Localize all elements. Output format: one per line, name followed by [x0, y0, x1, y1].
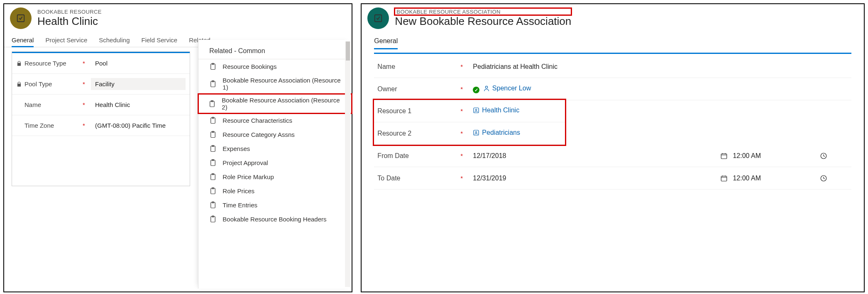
row-from-date: From Date * 12/17/2018 12:00 AM — [374, 145, 851, 167]
related-item[interactable]: Role Prices — [198, 184, 352, 198]
value-owner[interactable]: Spencer Low — [469, 82, 848, 96]
to-time-value[interactable]: 12:00 AM — [733, 175, 761, 182]
left-header: BOOKABLE RESOURCE Health Clinic — [4, 4, 352, 31]
tab-scheduling[interactable]: Scheduling — [99, 35, 130, 47]
related-item[interactable]: Time Entries — [198, 198, 352, 212]
value-resource-2[interactable]: Pediatricians — [469, 126, 562, 140]
related-item[interactable]: Resource Characteristics — [198, 113, 352, 127]
value-time-zone[interactable]: (GMT-08:00) Pacific Time — [91, 119, 166, 131]
left-form: Resource Type * Pool Pool Type * Facilit… — [12, 51, 190, 186]
row-pool-type: Pool Type * Facility — [12, 74, 190, 95]
entity-type-label: BOOKABLE RESOURCE — [37, 9, 102, 15]
owner-lookup[interactable]: Spencer Low — [483, 85, 531, 92]
related-title: Related - Common — [198, 47, 352, 59]
association-entity-icon — [367, 7, 389, 29]
entity-type-highlight: BOOKABLE RESOURCE ASSOCIATION — [395, 8, 571, 15]
value-name[interactable]: Pediatricians at Health Clinic — [469, 61, 848, 73]
calendar-icon[interactable] — [720, 152, 728, 160]
tab-project-service[interactable]: Project Service — [45, 35, 87, 47]
value-name[interactable]: Health Clinic — [91, 99, 186, 111]
calendar-icon[interactable] — [720, 175, 728, 182]
page-title: New Bookable Resource Association — [395, 15, 571, 28]
clipboard-icon — [209, 201, 217, 209]
row-resource-2: Resource 2 * Pediatricians — [374, 122, 565, 145]
related-item[interactable]: Resource Bookings — [198, 59, 352, 73]
row-name: Name * Health Clinic — [12, 95, 190, 115]
clipboard-icon — [209, 173, 217, 180]
row-to-date: To Date * 12/31/2019 12:00 AM — [374, 167, 851, 190]
value-resource-type[interactable]: Pool — [91, 57, 186, 69]
check-icon — [473, 87, 479, 93]
clipboard-icon — [209, 145, 217, 152]
related-item[interactable]: Bookable Resource Association (Resource … — [198, 94, 352, 113]
clipboard-icon — [209, 63, 217, 70]
resource2-lookup[interactable]: Pediatricians — [473, 129, 520, 136]
related-item[interactable]: Project Approval — [198, 156, 352, 170]
row-owner: Owner * Spencer Low — [374, 78, 851, 100]
related-item[interactable]: Resource Category Assns — [198, 127, 352, 141]
clock-icon[interactable] — [820, 152, 827, 160]
clock-icon[interactable] — [820, 175, 827, 182]
related-item[interactable]: Expenses — [198, 141, 352, 156]
related-dropdown: Related - Common Resource BookingsBookab… — [198, 40, 352, 289]
lock-icon — [16, 81, 22, 87]
clipboard-icon — [209, 215, 217, 223]
row-time-zone: Time Zone * (GMT-08:00) Pacific Time — [12, 115, 190, 136]
clipboard-icon — [209, 187, 217, 194]
tab-general[interactable]: General — [374, 36, 398, 49]
lock-icon — [16, 61, 22, 66]
related-item[interactable]: Role Price Markup — [198, 170, 352, 184]
page-title: Health Clinic — [37, 15, 102, 28]
related-item[interactable]: Bookable Resource Booking Headers — [198, 212, 352, 226]
row-resource-type: Resource Type * Pool — [12, 53, 190, 74]
tab-general[interactable]: General — [12, 35, 34, 47]
row-name: Name * Pediatricians at Health Clinic — [374, 56, 851, 78]
from-date-value[interactable]: 12/17/2018 — [473, 152, 556, 160]
clipboard-icon — [209, 80, 217, 87]
bookable-resource-association-panel: BOOKABLE RESOURCE ASSOCIATION New Bookab… — [361, 3, 865, 292]
resource-icon — [473, 129, 479, 136]
value-resource-1[interactable]: Health Clinic — [469, 104, 562, 118]
right-form: Name * Pediatricians at Health Clinic Ow… — [374, 53, 851, 190]
clipboard-icon — [209, 117, 217, 124]
resource-lookups-highlight: Resource 1 * Health Clinic Resource 2 * — [374, 100, 565, 145]
tab-field-service[interactable]: Field Service — [141, 35, 177, 47]
value-pool-type[interactable]: Facility — [91, 78, 186, 90]
related-item[interactable]: Bookable Resource Association (Resource … — [198, 73, 352, 94]
clipboard-icon — [209, 131, 217, 138]
clipboard-icon — [208, 100, 216, 107]
resource-icon — [473, 107, 479, 114]
person-icon — [483, 85, 490, 92]
entity-type-label: BOOKABLE RESOURCE ASSOCIATION — [396, 9, 500, 15]
row-resource-1: Resource 1 * Health Clinic — [374, 100, 565, 122]
resource-entity-icon — [10, 7, 32, 29]
to-date-value[interactable]: 12/31/2019 — [473, 175, 556, 182]
from-time-value[interactable]: 12:00 AM — [733, 152, 761, 160]
clipboard-icon — [209, 159, 217, 166]
resource1-lookup[interactable]: Health Clinic — [473, 107, 519, 114]
scrollbar[interactable] — [345, 41, 351, 287]
bookable-resource-panel: BOOKABLE RESOURCE Health Clinic General … — [3, 3, 352, 292]
right-header: BOOKABLE RESOURCE ASSOCIATION New Bookab… — [362, 4, 864, 31]
